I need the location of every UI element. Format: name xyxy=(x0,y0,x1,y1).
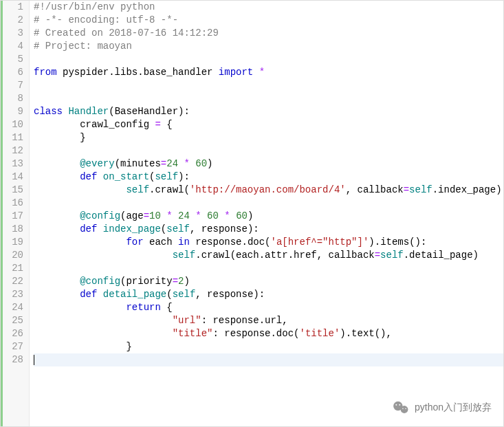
line-number: 23 xyxy=(3,288,23,301)
code-line[interactable]: } xyxy=(34,131,503,144)
line-number: 12 xyxy=(3,144,23,157)
wechat-icon xyxy=(393,401,409,415)
token xyxy=(34,158,80,169)
code-line[interactable]: @every(minutes=24 * 60) xyxy=(34,157,503,171)
token: .crawl(each.attr.href, callback xyxy=(195,250,374,261)
token: self xyxy=(173,250,196,261)
token: class xyxy=(34,106,63,117)
line-number: 24 xyxy=(3,301,23,314)
line-number: 3 xyxy=(3,27,23,40)
code-line[interactable]: @config(priority=2) xyxy=(34,275,503,288)
token xyxy=(34,184,126,195)
svg-point-2 xyxy=(395,404,397,406)
line-number: 18 xyxy=(3,223,23,236)
line-number: 4 xyxy=(3,40,23,53)
code-line[interactable]: self.crawl('http://maoyan.com/board/4', … xyxy=(34,184,503,197)
token: self xyxy=(166,223,190,234)
token: ) xyxy=(184,276,189,287)
code-line[interactable]: from pyspider.libs.base_handler import * xyxy=(34,66,503,79)
token: ) xyxy=(248,210,253,221)
code-line[interactable] xyxy=(34,79,503,92)
svg-point-1 xyxy=(401,406,408,413)
token: * xyxy=(184,158,189,169)
token: pyspider.libs.base_handler xyxy=(57,67,219,78)
token: 'title' xyxy=(299,328,340,339)
token: } xyxy=(34,341,132,352)
token: = xyxy=(161,158,166,169)
code-line[interactable]: #!/usr/bin/env python xyxy=(34,1,503,14)
code-editor[interactable]: 1234567891011121314151617181920212223242… xyxy=(0,0,504,427)
token xyxy=(34,237,126,248)
code-line[interactable]: def detail_page(self, response): xyxy=(34,288,503,301)
code-line[interactable]: class Handler(BaseHandler): xyxy=(34,105,503,118)
token: * xyxy=(259,67,265,78)
code-line[interactable]: # Created on 2018-07-16 14:12:29 xyxy=(34,27,503,40)
token: , callback xyxy=(346,184,404,195)
code-area[interactable]: #!/usr/bin/env python# -*- encoding: utf… xyxy=(30,1,503,426)
token: 10 xyxy=(149,210,161,221)
code-line[interactable]: for each in response.doc('a[href^="http"… xyxy=(34,236,503,249)
code-line[interactable] xyxy=(34,92,503,105)
token xyxy=(173,210,178,221)
line-number: 13 xyxy=(3,157,23,171)
token: self xyxy=(155,171,178,182)
token: = xyxy=(144,210,149,221)
line-number: 7 xyxy=(3,79,23,92)
token: import xyxy=(219,67,253,78)
token: ): xyxy=(178,171,190,182)
code-line[interactable] xyxy=(34,53,503,66)
token: 24 xyxy=(178,210,190,221)
line-number: 20 xyxy=(3,249,23,262)
line-number: 25 xyxy=(3,314,23,327)
code-line[interactable]: } xyxy=(34,340,503,353)
token: crawl_config xyxy=(34,119,155,130)
line-number: 6 xyxy=(3,66,23,79)
line-number: 15 xyxy=(3,184,23,197)
token: ( xyxy=(166,289,172,300)
watermark-text: python入门到放弃 xyxy=(415,402,492,414)
token: 'a[href^="http"]' xyxy=(271,237,369,248)
token: self xyxy=(380,250,404,261)
code-line[interactable] xyxy=(34,197,503,210)
token: in xyxy=(178,237,190,248)
code-line[interactable] xyxy=(34,144,503,157)
token xyxy=(97,171,102,182)
line-number: 28 xyxy=(3,353,23,366)
token: from xyxy=(34,67,57,78)
token xyxy=(97,289,102,300)
line-number: 5 xyxy=(3,53,23,66)
code-line[interactable] xyxy=(34,262,503,275)
token: .index_page) xyxy=(432,184,502,195)
code-line[interactable]: self.crawl(each.attr.href, callback=self… xyxy=(34,249,503,262)
token: @config xyxy=(80,276,120,287)
code-line[interactable]: def on_start(self): xyxy=(34,171,503,184)
token: , response): xyxy=(190,223,259,234)
line-number: 17 xyxy=(3,210,23,223)
code-line[interactable] xyxy=(34,353,503,366)
code-line[interactable]: # Project: maoyan xyxy=(34,40,503,53)
code-line[interactable]: # -*- encoding: utf-8 -*- xyxy=(34,14,503,27)
svg-point-5 xyxy=(405,408,406,409)
token xyxy=(97,223,102,234)
line-number: 9 xyxy=(3,105,23,118)
code-line[interactable]: @config(age=10 * 24 * 60 * 60) xyxy=(34,210,503,223)
code-line[interactable]: "title": response.doc('title').text(), xyxy=(34,327,503,340)
line-number: 11 xyxy=(3,131,23,144)
token: detail_page xyxy=(103,289,166,300)
token: 60 xyxy=(236,210,248,221)
token: @config xyxy=(80,210,120,221)
code-line[interactable]: crawl_config = { xyxy=(34,118,503,131)
token: = xyxy=(155,119,160,130)
token: "url" xyxy=(173,315,201,326)
token xyxy=(34,289,80,300)
token: ( xyxy=(161,223,166,234)
svg-point-3 xyxy=(399,404,400,406)
code-line[interactable]: return { xyxy=(34,301,503,314)
token xyxy=(34,328,173,339)
token: def xyxy=(80,223,97,234)
code-line[interactable]: "url": response.url, xyxy=(34,314,503,327)
token: ).items(): xyxy=(369,237,426,248)
token xyxy=(34,315,173,326)
line-number: 22 xyxy=(3,275,23,288)
code-line[interactable]: def index_page(self, response): xyxy=(34,223,503,236)
